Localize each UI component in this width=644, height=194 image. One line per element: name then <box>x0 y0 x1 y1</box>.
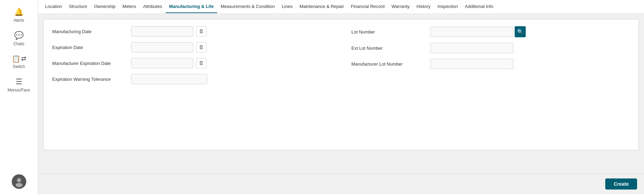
inbox-icon: 📋 <box>12 55 20 63</box>
form-row-expiration-warning-tolerance: Expiration Warning Tolerance <box>52 74 331 84</box>
sidebar-item-alerts[interactable]: 🔔 Alerts <box>0 3 38 27</box>
tab-history[interactable]: History <box>413 0 434 13</box>
footer: Create <box>38 173 644 194</box>
sidebar-item-chats[interactable]: 💬 Chats <box>0 27 38 50</box>
tab-structure[interactable]: Structure <box>65 0 91 13</box>
search-btn-lot-number[interactable]: 🔍 <box>515 26 526 37</box>
sidebar-label-menus: Menus/Favs <box>8 88 30 93</box>
tab-location[interactable]: Location <box>42 0 65 13</box>
label-manufacturer-expiration-date: Manufacturer Expiration Date <box>52 61 128 66</box>
input-manufacturer-lot-number[interactable] <box>430 59 513 69</box>
input-ext-lot-number[interactable] <box>430 43 513 53</box>
form-grid: Manufacturing Date 🗓 Expiration Date 🗓 M… <box>52 26 630 90</box>
sidebar-label-alerts: Alerts <box>13 18 24 23</box>
label-expiration-date: Expiration Date <box>52 45 128 50</box>
label-manufacturer-lot-number: Manufacturer Lot Number <box>351 61 427 67</box>
label-expiration-warning-tolerance: Expiration Warning Tolerance <box>52 77 128 82</box>
calendar-btn-manufacturing-date[interactable]: 🗓 <box>196 26 206 37</box>
bell-icon: 🔔 <box>14 8 24 17</box>
tab-additionalinfo[interactable]: Additional Info <box>461 0 497 13</box>
input-expiration-warning-tolerance[interactable] <box>131 74 207 84</box>
tab-warranty[interactable]: Warranty <box>388 0 413 13</box>
tab-meters[interactable]: Meters <box>119 0 140 13</box>
tab-measurements[interactable]: Measurements & Condition <box>217 0 278 13</box>
form-row-manufacturer-expiration-date: Manufacturer Expiration Date 🗓 <box>52 58 331 68</box>
form-right-col: Lot Number 🔍 Ext Lot Number Man <box>351 26 630 90</box>
tab-attributes[interactable]: Attributes <box>140 0 166 13</box>
switch-icon: ⇄ <box>21 55 26 62</box>
form-row-manufacturer-lot-number: Manufacturer Lot Number <box>351 59 630 69</box>
form-row-manufacturing-date: Manufacturing Date 🗓 <box>52 26 331 37</box>
tab-lines[interactable]: Lines <box>278 0 296 13</box>
content-area: Manufacturing Date 🗓 Expiration Date 🗓 M… <box>38 14 644 173</box>
input-expiration-date[interactable] <box>131 42 193 52</box>
label-ext-lot-number: Ext Lot Number <box>351 46 427 51</box>
input-lot-number[interactable] <box>430 27 513 37</box>
form-left-col: Manufacturing Date 🗓 Expiration Date 🗓 M… <box>52 26 331 90</box>
calendar-btn-manufacturer-expiration-date[interactable]: 🗓 <box>196 58 206 68</box>
user-avatar[interactable] <box>12 174 26 189</box>
form-row-expiration-date: Expiration Date 🗓 <box>52 42 331 52</box>
input-manufacturing-date[interactable] <box>131 26 193 37</box>
tab-ownership[interactable]: Ownership <box>91 0 119 13</box>
label-manufacturing-date: Manufacturing Date <box>52 29 128 34</box>
sidebar-item-switch[interactable]: 📋 ⇄ Switch <box>0 50 38 73</box>
form-card: Manufacturing Date 🗓 Expiration Date 🗓 M… <box>43 19 639 150</box>
tab-navigation: LocationStructureOwnershipMetersAttribut… <box>38 0 644 14</box>
tab-inspection[interactable]: Inspection <box>434 0 461 13</box>
sidebar: 🔔 Alerts 💬 Chats 📋 ⇄ Switch ☰ Menus/Favs <box>0 0 38 194</box>
chat-icon: 💬 <box>14 31 24 40</box>
create-button[interactable]: Create <box>605 178 637 190</box>
form-row-ext-lot-number: Ext Lot Number <box>351 43 630 53</box>
menu-icon: ☰ <box>16 77 22 86</box>
svg-point-2 <box>16 183 22 187</box>
main-area: LocationStructureOwnershipMetersAttribut… <box>38 0 644 194</box>
sidebar-label-chats: Chats <box>13 41 24 46</box>
tab-maintenance[interactable]: Maintenance & Repair <box>296 0 348 13</box>
tab-manufacturing[interactable]: Manufacturing & Life <box>166 0 217 13</box>
sidebar-item-menus[interactable]: ☰ Menus/Favs <box>0 73 38 97</box>
form-row-lot-number: Lot Number 🔍 <box>351 26 630 37</box>
tab-financial[interactable]: Financial Record <box>348 0 388 13</box>
search-icon: 🔍 <box>517 29 524 35</box>
calendar-btn-expiration-date[interactable]: 🗓 <box>196 42 206 52</box>
sidebar-label-switch: Switch <box>13 64 25 69</box>
label-lot-number: Lot Number <box>351 29 427 35</box>
svg-point-1 <box>17 178 21 182</box>
input-manufacturer-expiration-date[interactable] <box>131 58 193 68</box>
